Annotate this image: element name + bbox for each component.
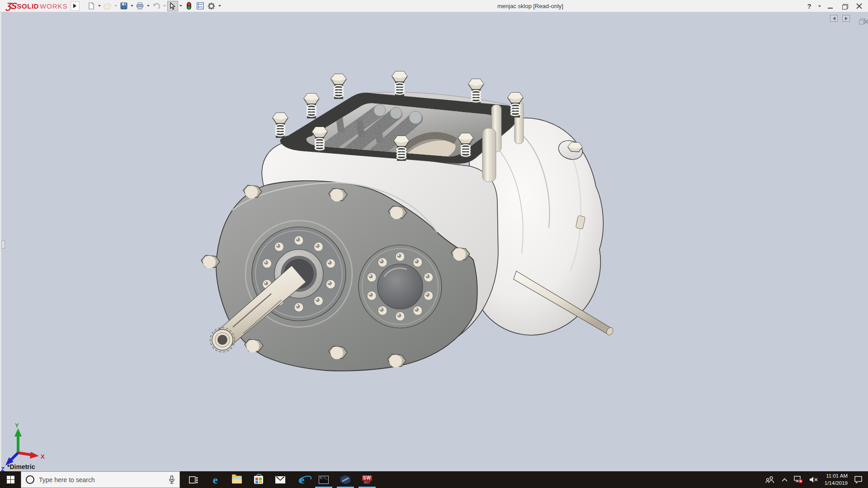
- close-icon: [856, 3, 862, 9]
- display-options-button[interactable]: [195, 1, 206, 11]
- windows-taskbar: e e C:\_ SW: [0, 471, 868, 488]
- new-document-icon: [88, 2, 95, 9]
- cortana-icon: [26, 475, 34, 484]
- help-icon: ?: [807, 2, 811, 10]
- undo-icon: [152, 3, 160, 9]
- graphics-area[interactable]: Y X Z *Dimetric: [0, 12, 868, 471]
- store-icon: [254, 476, 263, 484]
- taskbar-edge[interactable]: e: [204, 471, 226, 488]
- taskbar-command-prompt[interactable]: C:\_: [313, 471, 335, 488]
- rebuild-button[interactable]: [184, 1, 194, 11]
- print-button[interactable]: [135, 1, 146, 11]
- solidworks-logo-mark: ƷS: [5, 1, 17, 11]
- windows-logo-icon: [7, 476, 14, 483]
- taskbar-internet-explorer[interactable]: e: [291, 471, 313, 488]
- gear-icon: [208, 2, 215, 10]
- task-view-button[interactable]: [183, 471, 204, 488]
- gearbox-3d-model[interactable]: Y X Z: [0, 12, 868, 471]
- clock-time: 11:01 AM: [825, 473, 848, 480]
- left-arrow-icon: [833, 17, 835, 20]
- feature-manager-collapsed-handle[interactable]: [1, 240, 5, 249]
- settings-button[interactable]: [206, 1, 217, 11]
- select-cursor-icon: [170, 2, 176, 10]
- save-button[interactable]: [118, 1, 129, 11]
- undo-button[interactable]: [151, 1, 162, 11]
- print-dropdown[interactable]: [146, 1, 151, 11]
- expand-arrow-icon: [73, 4, 76, 8]
- close-button[interactable]: [853, 1, 865, 12]
- select-tool-dropdown[interactable]: [179, 1, 183, 11]
- taskbar-store[interactable]: [248, 471, 269, 488]
- next-pane-button[interactable]: [842, 15, 850, 22]
- save-floppy-icon: [120, 2, 127, 9]
- action-center-button[interactable]: [854, 476, 863, 483]
- save-dropdown[interactable]: [130, 1, 134, 11]
- triad-z-label: Z: [1, 466, 5, 471]
- new-document-dropdown[interactable]: [97, 1, 102, 11]
- right-arrow-icon: [845, 17, 848, 20]
- settings-dropdown[interactable]: [217, 1, 222, 11]
- taskbar-solidworks[interactable]: SW 2017: [356, 471, 378, 488]
- options-list-icon: [197, 2, 204, 9]
- search-input[interactable]: [39, 476, 164, 483]
- undo-dropdown[interactable]: [162, 1, 167, 11]
- open-dropdown[interactable]: [113, 1, 118, 11]
- mail-icon: [275, 476, 285, 483]
- network-disconnected-icon[interactable]: [794, 476, 803, 483]
- solidworks-logo: ƷS SOLIDWORKS: [0, 0, 71, 12]
- taskbar-app-icons: e e C:\_ SW: [183, 471, 378, 488]
- secondary-bearing-cover[interactable]: [359, 245, 442, 328]
- title-bar: ƷS SOLIDWORKS: [0, 0, 868, 12]
- solidworks-logo-bold: SOLID: [17, 2, 39, 10]
- taskbar-search[interactable]: [21, 471, 180, 488]
- task-view-icon: [189, 476, 198, 483]
- solidworks-2017-icon: SW 2017: [362, 475, 372, 484]
- document-title: menjac sklop [Read-only]: [497, 0, 563, 12]
- taskbar-mail[interactable]: [269, 471, 291, 488]
- previous-pane-button[interactable]: [830, 15, 838, 22]
- triad-x-label: X: [41, 453, 45, 460]
- standard-toolbar: [86, 1, 222, 11]
- minimize-button[interactable]: [824, 1, 836, 12]
- taskbar-edrawings[interactable]: [335, 471, 356, 488]
- open-folder-icon: [104, 3, 111, 9]
- taskbar-clock[interactable]: 11:01 AM 1/14/2019: [825, 473, 848, 487]
- start-button[interactable]: [0, 471, 21, 488]
- menu-expand-button[interactable]: [71, 1, 80, 11]
- restore-icon: [842, 4, 847, 9]
- help-dropdown[interactable]: [817, 1, 822, 11]
- hidden-icons-chevron[interactable]: [782, 478, 788, 482]
- solidworks-logo-light: WORKS: [40, 2, 68, 10]
- help-button[interactable]: ?: [803, 1, 816, 12]
- edrawings-icon: [340, 475, 350, 484]
- triad-y-label: Y: [15, 422, 19, 429]
- clock-date: 1/14/2019: [825, 480, 848, 487]
- taskbar-file-explorer[interactable]: [226, 471, 248, 488]
- window-controls: ?: [803, 0, 865, 12]
- people-button[interactable]: [765, 476, 775, 483]
- file-explorer-icon: [232, 476, 242, 483]
- volume-muted-icon[interactable]: [809, 476, 818, 483]
- document-window-controls: [830, 15, 863, 22]
- command-prompt-icon: C:\_: [319, 476, 329, 484]
- open-button[interactable]: [102, 1, 113, 11]
- microphone-icon[interactable]: [169, 475, 175, 484]
- internet-explorer-icon: e: [300, 474, 305, 485]
- traffic-light-icon: [186, 2, 192, 10]
- select-tool-button[interactable]: [167, 1, 178, 11]
- print-icon: [136, 2, 144, 9]
- edge-icon: e: [213, 474, 218, 485]
- new-document-button[interactable]: [86, 1, 97, 11]
- restore-button[interactable]: [838, 1, 851, 12]
- minimize-icon: [828, 8, 833, 9]
- view-orientation-label: *Dimetric: [7, 463, 35, 470]
- system-tray: 11:01 AM 1/14/2019: [765, 471, 868, 488]
